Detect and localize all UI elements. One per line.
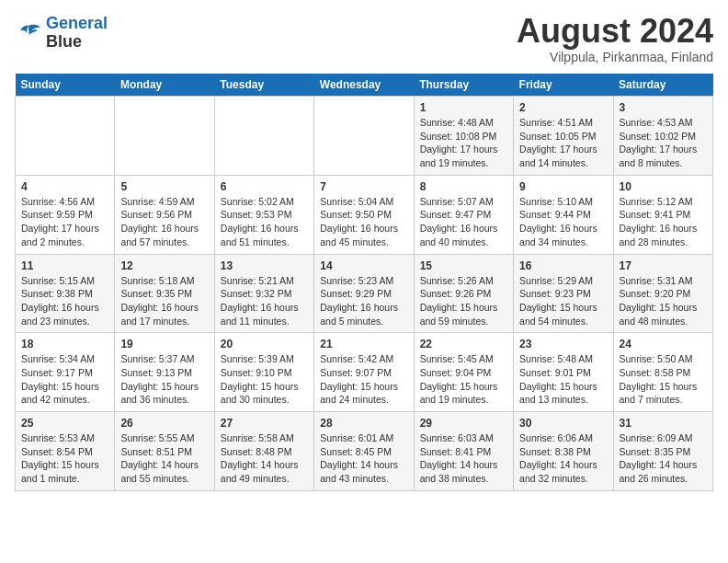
week-row-3: 11Sunrise: 5:15 AM Sunset: 9:38 PM Dayli… [16, 254, 713, 333]
day-number: 24 [620, 338, 707, 350]
day-cell: 5Sunrise: 4:59 AM Sunset: 9:56 PM Daylig… [115, 175, 214, 254]
day-cell: 30Sunrise: 6:06 AM Sunset: 8:38 PM Dayli… [514, 412, 613, 491]
day-info: Sunrise: 5:39 AM Sunset: 9:10 PM Dayligh… [221, 352, 308, 407]
day-cell: 29Sunrise: 6:03 AM Sunset: 8:41 PM Dayli… [414, 412, 513, 491]
day-number: 3 [620, 101, 707, 114]
day-info: Sunrise: 5:53 AM Sunset: 8:54 PM Dayligh… [21, 431, 108, 486]
day-number: 6 [221, 180, 308, 193]
day-number: 5 [120, 180, 208, 193]
day-cell: 17Sunrise: 5:31 AM Sunset: 9:20 PM Dayli… [613, 254, 712, 333]
weekday-header-thursday: Thursday [414, 74, 513, 97]
day-info: Sunrise: 4:48 AM Sunset: 10:08 PM Daylig… [420, 116, 507, 170]
day-info: Sunrise: 5:10 AM Sunset: 9:44 PM Dayligh… [519, 195, 607, 249]
calendar-table: SundayMondayTuesdayWednesdayThursdayFrid… [15, 74, 713, 491]
day-cell: 1Sunrise: 4:48 AM Sunset: 10:08 PM Dayli… [414, 97, 513, 176]
day-info: Sunrise: 4:53 AM Sunset: 10:02 PM Daylig… [620, 116, 707, 170]
day-cell: 12Sunrise: 5:18 AM Sunset: 9:35 PM Dayli… [115, 254, 214, 333]
day-number: 23 [519, 338, 607, 350]
day-cell: 21Sunrise: 5:42 AM Sunset: 9:07 PM Dayli… [314, 333, 414, 412]
day-cell: 19Sunrise: 5:37 AM Sunset: 9:13 PM Dayli… [115, 333, 214, 412]
calendar-subtitle: Vilppula, Pirkanmaa, Finland [517, 50, 713, 64]
day-cell: 26Sunrise: 5:55 AM Sunset: 8:51 PM Dayli… [115, 412, 214, 491]
logo-text: GeneralBlue [46, 15, 108, 52]
day-number: 20 [221, 338, 308, 350]
calendar-title: August 2024 [517, 15, 713, 48]
day-number: 18 [21, 338, 108, 350]
day-info: Sunrise: 5:15 AM Sunset: 9:38 PM Dayligh… [21, 274, 108, 328]
day-info: Sunrise: 6:01 AM Sunset: 8:45 PM Dayligh… [320, 431, 407, 486]
day-info: Sunrise: 5:50 AM Sunset: 8:58 PM Dayligh… [620, 352, 707, 407]
weekday-header-friday: Friday [514, 74, 613, 97]
day-info: Sunrise: 4:56 AM Sunset: 9:59 PM Dayligh… [21, 195, 108, 249]
day-info: Sunrise: 5:55 AM Sunset: 8:51 PM Dayligh… [120, 431, 208, 486]
day-number: 8 [420, 180, 507, 193]
day-info: Sunrise: 5:45 AM Sunset: 9:04 PM Dayligh… [420, 352, 507, 407]
weekday-header-row: SundayMondayTuesdayWednesdayThursdayFrid… [16, 74, 713, 97]
day-info: Sunrise: 5:42 AM Sunset: 9:07 PM Dayligh… [320, 352, 407, 407]
day-cell [16, 97, 115, 176]
day-info: Sunrise: 5:12 AM Sunset: 9:41 PM Dayligh… [620, 195, 707, 249]
day-cell: 23Sunrise: 5:48 AM Sunset: 9:01 PM Dayli… [514, 333, 613, 412]
day-cell: 14Sunrise: 5:23 AM Sunset: 9:29 PM Dayli… [314, 254, 414, 333]
day-number: 9 [519, 180, 607, 193]
day-info: Sunrise: 5:37 AM Sunset: 9:13 PM Dayligh… [120, 352, 208, 407]
day-number: 4 [21, 180, 108, 193]
day-cell [115, 97, 214, 176]
day-info: Sunrise: 5:18 AM Sunset: 9:35 PM Dayligh… [120, 274, 208, 328]
day-info: Sunrise: 5:31 AM Sunset: 9:20 PM Dayligh… [620, 274, 707, 328]
day-info: Sunrise: 4:59 AM Sunset: 9:56 PM Dayligh… [120, 195, 208, 249]
day-number: 16 [519, 259, 607, 272]
day-number: 1 [420, 101, 507, 114]
day-info: Sunrise: 5:02 AM Sunset: 9:53 PM Dayligh… [221, 195, 308, 249]
day-number: 22 [420, 338, 507, 350]
day-info: Sunrise: 6:03 AM Sunset: 8:41 PM Dayligh… [420, 431, 507, 486]
day-number: 27 [221, 417, 308, 430]
week-row-1: 1Sunrise: 4:48 AM Sunset: 10:08 PM Dayli… [16, 97, 713, 176]
day-info: Sunrise: 5:48 AM Sunset: 9:01 PM Dayligh… [519, 352, 607, 407]
day-info: Sunrise: 5:34 AM Sunset: 9:17 PM Dayligh… [21, 352, 108, 407]
day-cell: 6Sunrise: 5:02 AM Sunset: 9:53 PM Daylig… [214, 175, 313, 254]
day-cell: 3Sunrise: 4:53 AM Sunset: 10:02 PM Dayli… [613, 97, 712, 176]
day-cell: 31Sunrise: 6:09 AM Sunset: 8:35 PM Dayli… [613, 412, 712, 491]
day-number: 17 [620, 259, 707, 272]
day-info: Sunrise: 5:23 AM Sunset: 9:29 PM Dayligh… [320, 274, 407, 328]
day-cell: 20Sunrise: 5:39 AM Sunset: 9:10 PM Dayli… [214, 333, 313, 412]
day-info: Sunrise: 5:21 AM Sunset: 9:32 PM Dayligh… [221, 274, 308, 328]
day-number: 2 [519, 101, 607, 114]
page-header: GeneralBlue August 2024 Vilppula, Pirkan… [15, 15, 713, 64]
day-number: 10 [620, 180, 707, 193]
day-info: Sunrise: 5:58 AM Sunset: 8:48 PM Dayligh… [221, 431, 308, 486]
day-number: 21 [320, 338, 407, 350]
weekday-header-saturday: Saturday [613, 74, 712, 97]
day-cell [314, 97, 414, 176]
day-cell: 27Sunrise: 5:58 AM Sunset: 8:48 PM Dayli… [214, 412, 313, 491]
day-cell: 24Sunrise: 5:50 AM Sunset: 8:58 PM Dayli… [613, 333, 712, 412]
day-cell: 2Sunrise: 4:51 AM Sunset: 10:05 PM Dayli… [514, 97, 613, 176]
day-cell: 9Sunrise: 5:10 AM Sunset: 9:44 PM Daylig… [514, 175, 613, 254]
day-cell: 22Sunrise: 5:45 AM Sunset: 9:04 PM Dayli… [414, 333, 513, 412]
day-number: 15 [420, 259, 507, 272]
day-number: 14 [320, 259, 407, 272]
day-cell: 16Sunrise: 5:29 AM Sunset: 9:23 PM Dayli… [514, 254, 613, 333]
day-number: 30 [519, 417, 607, 430]
day-info: Sunrise: 4:51 AM Sunset: 10:05 PM Daylig… [519, 116, 607, 170]
day-cell: 10Sunrise: 5:12 AM Sunset: 9:41 PM Dayli… [613, 175, 712, 254]
day-cell: 15Sunrise: 5:26 AM Sunset: 9:26 PM Dayli… [414, 254, 513, 333]
day-cell: 28Sunrise: 6:01 AM Sunset: 8:45 PM Dayli… [314, 412, 414, 491]
day-cell: 8Sunrise: 5:07 AM Sunset: 9:47 PM Daylig… [414, 175, 513, 254]
day-cell: 25Sunrise: 5:53 AM Sunset: 8:54 PM Dayli… [16, 412, 115, 491]
title-block: August 2024 Vilppula, Pirkanmaa, Finland [517, 15, 713, 64]
week-row-5: 25Sunrise: 5:53 AM Sunset: 8:54 PM Dayli… [16, 412, 713, 491]
weekday-header-tuesday: Tuesday [214, 74, 313, 97]
day-number: 25 [21, 417, 108, 430]
day-info: Sunrise: 5:04 AM Sunset: 9:50 PM Dayligh… [320, 195, 407, 249]
day-info: Sunrise: 6:06 AM Sunset: 8:38 PM Dayligh… [519, 431, 607, 486]
day-cell: 13Sunrise: 5:21 AM Sunset: 9:32 PM Dayli… [214, 254, 313, 333]
day-number: 11 [21, 259, 108, 272]
weekday-header-sunday: Sunday [16, 74, 115, 97]
logo-bird-icon [15, 22, 42, 44]
day-number: 29 [420, 417, 507, 430]
day-number: 28 [320, 417, 407, 430]
day-cell: 11Sunrise: 5:15 AM Sunset: 9:38 PM Dayli… [16, 254, 115, 333]
day-info: Sunrise: 5:07 AM Sunset: 9:47 PM Dayligh… [420, 195, 507, 249]
